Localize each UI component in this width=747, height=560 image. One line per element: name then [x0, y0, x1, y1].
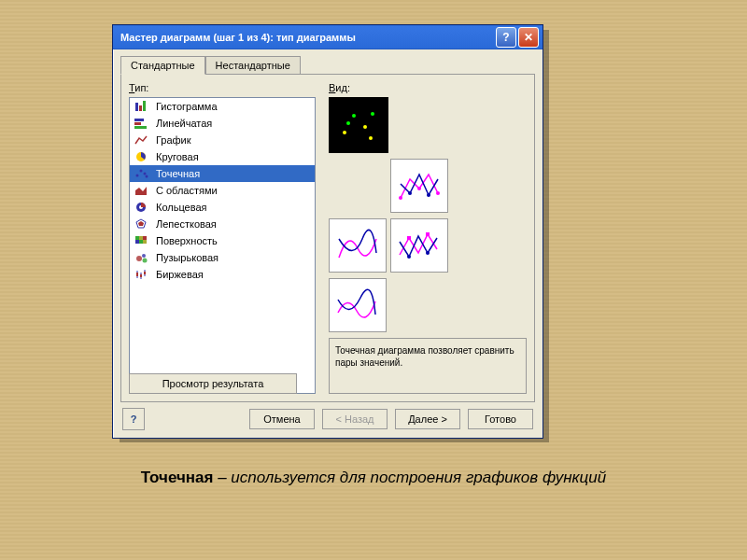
view-label: Вид:	[329, 82, 527, 93]
svg-point-32	[343, 131, 346, 134]
type-icon	[134, 100, 150, 113]
svg-rect-0	[135, 103, 138, 111]
type-label: Лепестковая	[156, 218, 217, 230]
svg-marker-15	[138, 221, 144, 226]
type-icon	[134, 201, 150, 214]
titlebar-help-button[interactable]: ?	[496, 27, 516, 48]
type-label: Тип:	[129, 82, 316, 93]
svg-rect-17	[139, 236, 143, 240]
svg-rect-1	[139, 105, 142, 111]
svg-rect-5	[134, 126, 147, 129]
tab-custom[interactable]: Нестандартные	[205, 56, 301, 75]
tab-panel: Тип: ГистограммаЛинейчатаяГрафикКруговая…	[120, 74, 535, 402]
type-item-3[interactable]: Круговая	[130, 148, 315, 165]
type-label: График	[156, 134, 191, 146]
chart-wizard-dialog: Мастер диаграмм (шаг 1 из 4): тип диагра…	[112, 24, 543, 439]
svg-rect-20	[139, 240, 143, 244]
svg-point-46	[426, 251, 430, 255]
svg-rect-28	[136, 273, 138, 276]
type-icon	[134, 167, 150, 180]
type-item-0[interactable]: Гистограмма	[130, 98, 315, 115]
view-option-1[interactable]	[329, 97, 388, 153]
svg-point-23	[142, 254, 146, 258]
next-button[interactable]: Далее >	[395, 409, 460, 429]
svg-point-38	[399, 196, 402, 200]
svg-point-41	[408, 191, 412, 195]
type-label: Точечная	[156, 168, 200, 179]
type-icon	[134, 117, 150, 130]
view-option-3[interactable]	[329, 218, 387, 273]
type-item-9[interactable]: Пузырьковая	[130, 249, 315, 266]
svg-rect-30	[144, 272, 146, 274]
help-button[interactable]: ?	[122, 408, 145, 430]
type-label: Линейчатая	[156, 118, 212, 129]
svg-rect-16	[135, 236, 139, 240]
svg-point-7	[136, 175, 139, 177]
svg-point-34	[363, 125, 367, 129]
type-item-2[interactable]: График	[130, 132, 315, 148]
button-bar: ? Отмена < Назад Далее > Готово	[113, 408, 543, 430]
type-item-6[interactable]: Кольцевая	[130, 199, 315, 216]
svg-point-10	[146, 175, 148, 178]
type-item-10[interactable]: Биржевая	[130, 266, 315, 283]
tabs: Стандартные Нестандартные	[113, 49, 543, 74]
preview-button[interactable]: Просмотр результата	[129, 373, 297, 394]
type-label: Биржевая	[156, 269, 204, 280]
svg-point-22	[136, 256, 142, 261]
type-label: Пузырьковая	[156, 252, 218, 263]
view-option-4[interactable]	[390, 218, 448, 273]
view-option-5[interactable]	[329, 278, 387, 332]
svg-point-33	[352, 114, 356, 118]
type-label: Гистограмма	[156, 101, 218, 112]
view-option-2[interactable]	[390, 159, 448, 213]
type-icon	[134, 217, 150, 231]
view-grid	[329, 97, 527, 332]
type-label: Поверхность	[156, 235, 218, 246]
svg-rect-2	[143, 101, 146, 111]
titlebar[interactable]: Мастер диаграмм (шаг 1 из 4): тип диагра…	[113, 25, 543, 49]
cancel-button[interactable]: Отмена	[249, 409, 315, 429]
type-icon	[134, 184, 150, 197]
svg-rect-19	[135, 240, 139, 244]
type-item-1[interactable]: Линейчатая	[130, 115, 315, 132]
close-button[interactable]: ✕	[518, 27, 539, 48]
svg-point-40	[436, 191, 440, 195]
type-label: Кольцевая	[156, 202, 207, 213]
svg-point-9	[144, 173, 147, 175]
svg-rect-44	[426, 232, 430, 236]
svg-rect-31	[335, 105, 382, 146]
svg-rect-4	[134, 122, 141, 125]
type-label: Круговая	[156, 151, 199, 162]
svg-rect-43	[407, 236, 411, 240]
slide-caption: Точечная – используется для построения г…	[0, 469, 747, 487]
svg-rect-29	[140, 274, 142, 277]
svg-point-37	[346, 121, 350, 125]
type-item-8[interactable]: Поверхность	[130, 232, 315, 249]
type-icon	[134, 251, 150, 264]
type-icon	[134, 268, 150, 281]
back-button: < Назад	[322, 409, 388, 429]
svg-rect-18	[143, 236, 147, 240]
type-label: С областями	[156, 185, 218, 196]
type-icon	[134, 133, 150, 147]
window-title: Мастер диаграмм (шаг 1 из 4): тип диагра…	[117, 32, 494, 43]
svg-point-42	[427, 193, 430, 197]
type-item-5[interactable]: С областями	[130, 182, 315, 199]
svg-point-39	[417, 187, 421, 190]
view-description: Точечная диаграмма позволяет сравнить па…	[329, 338, 527, 394]
svg-point-8	[140, 170, 143, 173]
svg-marker-11	[135, 187, 147, 195]
svg-point-36	[369, 136, 373, 140]
type-item-7[interactable]: Лепестковая	[130, 216, 315, 232]
svg-point-45	[407, 255, 411, 259]
svg-point-35	[371, 112, 374, 116]
type-item-4[interactable]: Точечная	[130, 165, 315, 182]
svg-point-24	[143, 259, 148, 263]
type-icon	[134, 234, 150, 247]
type-icon	[134, 150, 150, 163]
finish-button[interactable]: Готово	[468, 409, 533, 429]
svg-rect-21	[143, 240, 147, 244]
svg-rect-3	[134, 119, 144, 121]
tab-standard[interactable]: Стандартные	[120, 56, 205, 75]
chart-type-listbox[interactable]: ГистограммаЛинейчатаяГрафикКруговаяТочеч…	[129, 97, 316, 394]
